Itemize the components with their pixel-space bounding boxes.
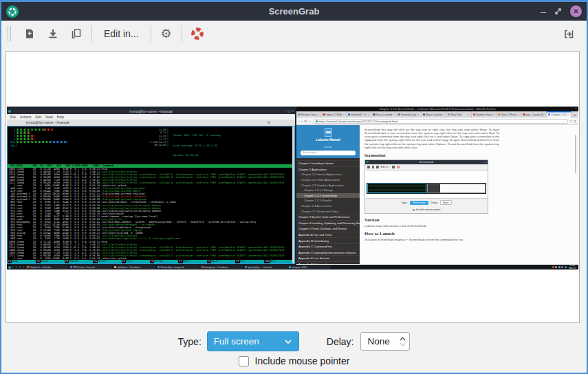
htop-fkey: F5Tree: [122, 260, 150, 263]
htop-fkey-bar: F1HelpF2SetupF3SearchF4FilterF5TreeF6Sor…: [8, 260, 292, 263]
tab-favicon: [348, 113, 351, 116]
tab-close-icon: ×: [518, 113, 519, 116]
thumb-browser-tab: jojo-- Leave 30-×: [521, 111, 546, 118]
thumb-tab-gear-icon: ⚙: [268, 120, 270, 126]
copy-button[interactable]: [65, 23, 88, 44]
spin-down-icon[interactable]: [400, 342, 406, 346]
mini-app-icon: [367, 161, 369, 163]
thumb-menu-icon: [8, 266, 11, 269]
taskbar-window-label: lynmp@lyn-...~/manual: [248, 266, 272, 269]
manual-nav-item: Chapter 1 Installing Lubuntu: [296, 160, 360, 166]
fkey-label: Kill: [240, 260, 264, 263]
reload-icon: ⟳: [304, 120, 307, 123]
save-button[interactable]: [41, 23, 65, 44]
htop-meter: Mem[1.19G/14.7G]: [9, 140, 168, 144]
tab-favicon: [423, 113, 426, 116]
screenshot-thumbnail: lynmp@lyn-nome: ~/manual – ▢ ✕ FileActio…: [7, 107, 578, 270]
thumb-taskbar-window-button: lynmp@lyn-...~/manual: [244, 265, 287, 270]
manual-nav-item: Chapter 3 System Tools and Preferences: [296, 214, 360, 220]
meter-bar: 11.3%: [17, 135, 166, 138]
tab-favicon: [523, 113, 525, 116]
settings-button[interactable]: ⚙: [155, 23, 178, 44]
save-icon: [47, 28, 58, 39]
delay-spinbox[interactable]: None: [360, 332, 410, 351]
meter-fill-red: [31, 135, 36, 138]
terminal-menu-item: File: [10, 114, 16, 120]
thumb-url-bar: https://manual.lubuntu.me/master/2/2.3/2…: [313, 119, 568, 124]
tab-close-icon: ×: [568, 113, 569, 116]
taskbar-app-icon: [289, 266, 291, 268]
thumb-browser-tab: New Tab×: [446, 111, 471, 118]
taskbar-window-label: PlasmaSyn...image.nb: [161, 266, 184, 269]
new-screenshot-icon: [24, 28, 35, 39]
version-heading: Version: [364, 217, 574, 222]
thumb-browser-tab: Blass Cannon h×: [422, 111, 446, 118]
htop-fkey: F2Setup: [36, 260, 64, 263]
screengrab-logo-button[interactable]: [186, 23, 209, 44]
thumb-terminal-window: lynmp@lyn-nome: ~/manual – ▢ ✕ FileActio…: [7, 109, 295, 264]
fkey-label: Filter: [98, 260, 122, 263]
manual-paragraph: ScreenGrab this way left click on the tr…: [364, 128, 499, 149]
meter-fill-green: [17, 129, 44, 131]
meter-fill-blue: [50, 141, 68, 144]
manual-nav-item: Appendix D Upgrading from previous relea…: [296, 250, 360, 256]
manual-content: ScreenGrab this way left click on the tr…: [360, 125, 578, 264]
htop-fkey: F8Nice +: [207, 260, 235, 263]
meter-value: 9.2%: [160, 131, 166, 134]
minimize-button[interactable]: –: [541, 7, 546, 16]
thumb-terminal-controls: – ▢ ✕: [285, 109, 294, 114]
include-pointer-label[interactable]: Include mouse pointer: [255, 355, 350, 366]
tab-title: Restore Sessi: [301, 113, 318, 116]
tab-title: Damon Garcia: [476, 113, 492, 116]
screenshot-preview-panel: lynmp@lyn-nome: ~/manual – ▢ ✕ FileActio…: [6, 51, 580, 323]
process-command: /usr/lib/firefox/firefox -contentproc -c…: [100, 182, 284, 184]
capture-controls-row: Type: Full screen Delay: None: [1, 331, 587, 351]
fkey-label: Nice -: [183, 260, 207, 263]
maximize-button[interactable]: [554, 7, 563, 16]
tab-close-icon: ×: [468, 113, 469, 116]
thumb-taskbar-window-button: noblelixier - 4 windows: [113, 265, 155, 270]
include-pointer-checkbox[interactable]: [239, 356, 249, 366]
type-combobox[interactable]: Full screen: [207, 331, 299, 351]
htop-fkey: F4Filter: [93, 260, 121, 263]
fkey-label: Nice +: [211, 260, 235, 263]
edit-in-button[interactable]: Edit in...: [96, 23, 147, 44]
toolbar-drag-handle[interactable]: [8, 26, 11, 41]
thumb-workspace-pager: 1 2 3 4: [12, 266, 25, 269]
taskbar-window-label: noblelixier - 4 windows: [117, 266, 140, 269]
tab-favicon: [473, 113, 476, 116]
toolbar-separator: [91, 25, 92, 42]
meter-label: Swp: [9, 144, 15, 147]
thumb-terminal-tab: lynmp@lyn-nome: ~/manual ⚙: [7, 120, 295, 126]
fkey-label: Tree: [126, 260, 150, 263]
manual-nav-item: Chapter 2.4 Accessories: [296, 204, 360, 209]
close-button[interactable]: ✕: [570, 6, 582, 17]
spin-up-icon[interactable]: [400, 337, 406, 341]
shutter-icon: [8, 8, 17, 16]
new-screenshot-button[interactable]: [18, 23, 41, 44]
quit-button[interactable]: [557, 23, 580, 44]
tray-icon: [558, 266, 560, 268]
manual-nav-item: Appendix F Hotkeys shortcuts: [296, 261, 360, 264]
meter-fill-green: [17, 135, 31, 138]
tray-icon: [565, 266, 567, 268]
back-icon: ‹: [298, 120, 300, 123]
manual-nav-list: Chapter 1 Installing LubuntuChapter 2 Ap…: [296, 160, 360, 264]
launch-text: To launch ScreenGrab Graphics ‣ ScreenGr…: [364, 238, 499, 241]
manual-nav-item: Chapter 2.3.2 ScreenGrab: [296, 193, 360, 199]
thumb-taskbar: 1 2 3 4 Chapter 2...a FirefoxMPV-nome...…: [7, 265, 578, 270]
tab-title: linkdin69 - Tr: [351, 113, 367, 116]
fkey-label: Setup: [41, 260, 65, 263]
tab-favicon: [448, 113, 450, 116]
thumb-firefox-scrollbar: [575, 135, 577, 173]
htop-process-list: 6360 lynmp 20 0 11116 4868 3268 R 0.7 0.…: [8, 168, 294, 264]
manual-nav-item: Chapter 2.5 Sound and Video: [296, 208, 360, 214]
tab-close-icon: ×: [318, 113, 319, 116]
meter-fill-red: [44, 129, 53, 131]
forward-icon: ›: [301, 120, 303, 123]
tab-favicon: [398, 113, 400, 116]
toolbar-separator: [182, 25, 182, 42]
delay-label: Delay:: [327, 336, 354, 347]
gear-icon: ⚙: [161, 26, 172, 41]
thumb-terminal-menubar: FileActionsEditViewHelp: [7, 114, 295, 120]
